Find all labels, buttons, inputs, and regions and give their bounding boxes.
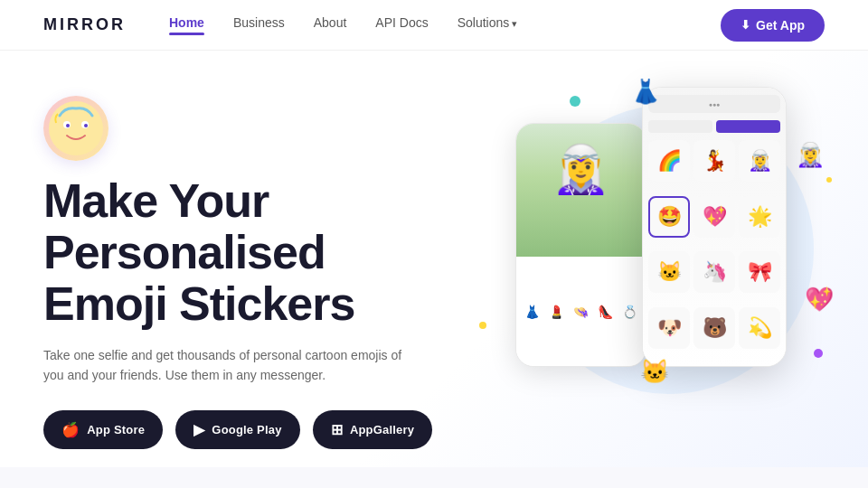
nav-item-about[interactable]: About bbox=[314, 14, 347, 35]
emoji-cell-selected: 🤩 bbox=[648, 196, 690, 238]
emoji-cell: 🦄 bbox=[693, 251, 735, 293]
download-icon: ⬇ bbox=[741, 18, 750, 32]
hero-section: Make Your Personalised Emoji Stickers Ta… bbox=[0, 51, 868, 467]
emoji-cell: 🐱 bbox=[648, 251, 690, 293]
brand-logo[interactable]: MIRROR bbox=[43, 15, 126, 34]
emoji-cell: 💫 bbox=[739, 307, 780, 349]
get-app-label: Get App bbox=[756, 18, 805, 33]
emoji-cell: 💖 bbox=[693, 196, 735, 238]
hero-title-line1: Make Your bbox=[43, 174, 269, 227]
control-icon: 💄 bbox=[546, 305, 568, 319]
phone-status: ●●● bbox=[709, 101, 721, 108]
apple-icon: 🍎 bbox=[61, 421, 80, 438]
hero-title: Make Your Personalised Emoji Stickers bbox=[43, 175, 432, 331]
phone-tab bbox=[648, 120, 712, 133]
float-sticker-4: 🐱 bbox=[640, 358, 669, 386]
dot-yellow-2 bbox=[826, 177, 832, 183]
google-play-button[interactable]: ▶ Google Play bbox=[175, 410, 300, 449]
float-sticker-3: 💖 bbox=[805, 286, 834, 314]
phone-back-screen: 🧝‍♀️ bbox=[516, 124, 646, 257]
control-icon: 💍 bbox=[618, 305, 640, 319]
phone-tab-active bbox=[716, 120, 780, 133]
svg-point-4 bbox=[84, 124, 88, 127]
app-store-button[interactable]: 🍎 App Store bbox=[43, 410, 163, 449]
nav-link-api-docs[interactable]: API Docs bbox=[375, 15, 428, 30]
emoji-cell: 🧝‍♀️ bbox=[739, 140, 780, 182]
float-sticker-2: 🧝‍♀️ bbox=[796, 141, 825, 169]
hero-subtitle: Take one selfie and get thousands of per… bbox=[43, 345, 405, 386]
hero-illustration: 🧝‍♀️ 👗 💄 👒 👠 💍 ●●● bbox=[461, 69, 841, 430]
app-gallery-label: AppGallery bbox=[350, 423, 414, 436]
store-buttons: 🍎 App Store ▶ Google Play ⊞ AppGallery bbox=[43, 410, 432, 449]
float-sticker-1: 👗 bbox=[631, 78, 660, 106]
google-play-label: Google Play bbox=[212, 423, 281, 436]
svg-point-3 bbox=[66, 124, 70, 127]
nav-item-business[interactable]: Business bbox=[233, 14, 285, 35]
app-store-label: App Store bbox=[87, 423, 145, 436]
phone-back-controls: 👗 💄 👒 👠 💍 bbox=[516, 257, 646, 366]
dot-purple bbox=[814, 349, 823, 358]
dot-yellow-1 bbox=[479, 322, 486, 329]
control-icon: 👒 bbox=[571, 305, 592, 319]
emoji-cell: 🐶 bbox=[648, 307, 690, 349]
phone-character: 🧝‍♀️ bbox=[516, 124, 646, 197]
nav-link-solutions[interactable]: Solutions bbox=[458, 15, 518, 30]
nav-link-business[interactable]: Business bbox=[233, 15, 285, 30]
emoji-grid: 🌈 💃 🧝‍♀️ 🤩 💖 🌟 🐱 🦄 🎀 🐶 🐻 💫 bbox=[648, 140, 780, 359]
emoji-cell: 💃 bbox=[693, 140, 735, 182]
get-app-button[interactable]: ⬇ Get App bbox=[721, 9, 825, 42]
nav-item-api-docs[interactable]: API Docs bbox=[375, 14, 428, 35]
hero-content: Make Your Personalised Emoji Stickers Ta… bbox=[43, 87, 432, 449]
emoji-cell: 🌈 bbox=[648, 140, 690, 182]
phone-main: ●●● 🌈 💃 🧝‍♀️ 🤩 💖 🌟 🐱 🦄 🎀 🐶 bbox=[642, 87, 787, 367]
emoji-cell: 🐻 bbox=[693, 307, 735, 349]
nav-item-solutions[interactable]: Solutions bbox=[458, 14, 518, 35]
phone-top-bar: ●●● bbox=[648, 95, 780, 113]
control-icon: 👗 bbox=[522, 305, 543, 319]
available-section: AVAILABLE FOR bbox=[0, 467, 868, 488]
nav-link-about[interactable]: About bbox=[314, 15, 347, 30]
hero-title-line2: Personalised bbox=[43, 226, 326, 278]
emoji-cell: 🎀 bbox=[739, 251, 780, 293]
navbar: MIRROR Home Business About API Docs Solu… bbox=[0, 0, 868, 51]
play-icon: ▶ bbox=[193, 421, 204, 438]
nav-link-home[interactable]: Home bbox=[169, 15, 204, 30]
phone-back: 🧝‍♀️ 👗 💄 👒 👠 💍 bbox=[515, 123, 646, 367]
phone-main-inner: ●●● 🌈 💃 🧝‍♀️ 🤩 💖 🌟 🐱 🦄 🎀 🐶 bbox=[643, 88, 786, 366]
phone-tabs bbox=[648, 120, 780, 133]
gallery-icon: ⊞ bbox=[331, 421, 343, 438]
control-icon: 👠 bbox=[594, 305, 616, 319]
avatar bbox=[43, 96, 108, 161]
nav-links: Home Business About API Docs Solutions bbox=[169, 14, 721, 35]
nav-item-home[interactable]: Home bbox=[169, 14, 204, 35]
app-gallery-button[interactable]: ⊞ AppGallery bbox=[313, 410, 433, 449]
emoji-cell: 🌟 bbox=[739, 196, 780, 238]
dot-teal bbox=[570, 96, 580, 107]
hero-title-line3: Emoji Stickers bbox=[43, 277, 354, 330]
